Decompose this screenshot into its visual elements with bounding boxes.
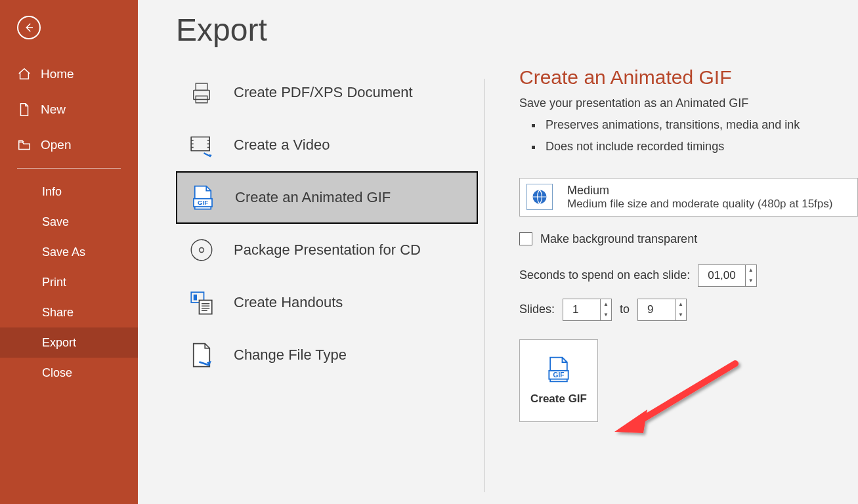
svg-rect-10 <box>200 301 212 314</box>
handouts-icon <box>188 289 215 316</box>
cd-icon <box>188 236 215 264</box>
export-option-package[interactable]: Package Presentation for CD <box>176 224 478 276</box>
export-option-handouts[interactable]: Create Handouts <box>176 276 478 329</box>
svg-rect-9 <box>194 295 197 301</box>
pane-title: Create an Animated GIF <box>519 66 858 89</box>
export-type-list: Create PDF/XPS Document Create a Video G… <box>176 66 484 504</box>
sidebar-item-saveas[interactable]: Save As <box>0 237 138 267</box>
spinner-down-icon[interactable]: ▼ <box>676 310 686 320</box>
vertical-separator <box>484 79 485 492</box>
video-icon <box>188 131 215 159</box>
export-option-label: Create Handouts <box>234 294 343 311</box>
svg-point-6 <box>191 240 212 261</box>
slide-to-value: 9 <box>638 303 675 316</box>
sidebar-item-export[interactable]: Export <box>0 327 138 358</box>
change-file-type-icon <box>188 341 215 369</box>
export-option-label: Change File Type <box>234 346 347 364</box>
spinner-up-icon[interactable]: ▲ <box>676 299 686 310</box>
transparent-label: Make background transparent <box>540 232 697 246</box>
slide-from-value: 1 <box>563 303 600 316</box>
sidebar-item-share[interactable]: Share <box>0 297 138 327</box>
folder-open-icon <box>17 138 32 152</box>
transparent-checkbox[interactable] <box>519 232 532 245</box>
new-file-icon <box>17 102 32 117</box>
pane-bullets: Preserves animations, transitions, media… <box>519 114 858 158</box>
seconds-value: 01,00 <box>698 269 745 282</box>
spinner-down-icon[interactable]: ▼ <box>746 276 756 286</box>
main-area: Export Create PDF/XPS Document Create a … <box>138 0 858 504</box>
sidebar-item-label: Open <box>41 138 71 152</box>
sidebar-item-home[interactable]: Home <box>0 56 138 92</box>
slide-from-spinner[interactable]: 1 ▲ ▼ <box>563 299 612 321</box>
quality-text: Medium Medium file size and moderate qua… <box>567 184 832 211</box>
printer-icon <box>188 79 215 106</box>
svg-rect-1 <box>196 83 207 91</box>
export-option-label: Create PDF/XPS Document <box>234 84 413 101</box>
sidebar-item-label: Info <box>42 185 62 199</box>
spinner-up-icon[interactable]: ▲ <box>601 299 611 310</box>
sidebar-item-print[interactable]: Print <box>0 267 138 297</box>
sidebar-separator <box>17 168 121 169</box>
back-button[interactable] <box>17 16 41 39</box>
sidebar-item-close[interactable]: Close <box>0 358 138 388</box>
export-option-label: Package Presentation for CD <box>234 242 421 259</box>
spinner-up-icon[interactable]: ▲ <box>746 265 756 276</box>
sidebar-item-label: Save As <box>42 245 85 259</box>
sidebar-item-open[interactable]: Open <box>0 127 138 163</box>
seconds-label: Seconds to spend on each slide: <box>519 268 690 282</box>
sidebar-item-label: Save <box>42 215 69 229</box>
bullet-item: Preserves animations, transitions, media… <box>543 114 858 136</box>
sidebar-item-new[interactable]: New <box>0 92 138 127</box>
sidebar-item-label: Print <box>42 276 66 289</box>
slide-to-spinner[interactable]: 9 ▲ ▼ <box>637 299 687 321</box>
sidebar-item-label: Export <box>42 336 76 350</box>
svg-point-7 <box>200 248 204 253</box>
export-option-pdf[interactable]: Create PDF/XPS Document <box>176 66 478 119</box>
sidebar-item-label: Close <box>42 366 72 380</box>
quality-detail: Medium file size and moderate quality (4… <box>567 198 832 211</box>
sidebar-item-label: Share <box>42 306 74 320</box>
quality-name: Medium <box>567 184 832 198</box>
create-gif-label: Create GIF <box>530 392 587 406</box>
slides-to-label: to <box>620 303 630 316</box>
slides-label: Slides: <box>519 303 555 316</box>
quality-icon <box>526 184 553 210</box>
export-option-changetype[interactable]: Change File Type <box>176 329 478 381</box>
backstage-sidebar: Home New Open Info Save Save As Print Sh… <box>0 0 138 504</box>
arrow-left-icon <box>23 22 35 33</box>
pane-description: Save your presentation as an Animated GI… <box>519 96 858 110</box>
export-option-label: Create an Animated GIF <box>235 189 391 206</box>
sidebar-item-info[interactable]: Info <box>0 177 138 207</box>
sidebar-item-label: Home <box>41 67 74 81</box>
spinner-down-icon[interactable]: ▼ <box>601 310 611 320</box>
svg-text:GIF: GIF <box>198 199 208 206</box>
export-details-pane: Create an Animated GIF Save your present… <box>519 66 858 504</box>
seconds-spinner[interactable]: 01,00 ▲ ▼ <box>698 264 757 287</box>
export-option-video[interactable]: Create a Video <box>176 119 478 171</box>
quality-dropdown[interactable]: Medium Medium file size and moderate qua… <box>519 178 858 217</box>
create-gif-button[interactable]: GIF Create GIF <box>519 339 598 422</box>
svg-rect-3 <box>191 137 209 151</box>
gif-file-icon: GIF <box>189 184 217 211</box>
svg-text:GIF: GIF <box>553 371 565 379</box>
gif-file-icon: GIF <box>544 355 573 386</box>
export-option-gif[interactable]: GIF Create an Animated GIF <box>176 171 478 224</box>
sidebar-item-label: New <box>41 102 66 117</box>
page-title: Export <box>176 12 858 48</box>
export-option-label: Create a Video <box>234 136 330 154</box>
home-icon <box>17 67 32 81</box>
sidebar-item-save[interactable]: Save <box>0 207 138 237</box>
bullet-item: Does not include recorded timings <box>543 136 858 158</box>
